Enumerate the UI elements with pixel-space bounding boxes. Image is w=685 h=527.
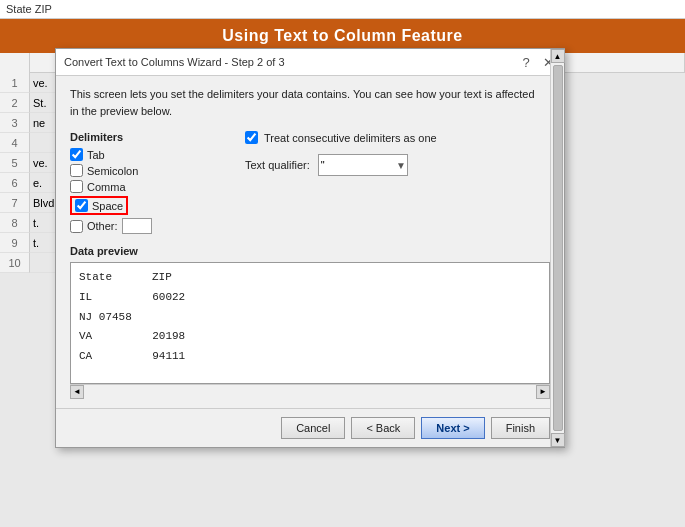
cancel-button[interactable]: Cancel xyxy=(281,417,345,439)
text-qualifier-label: Text qualifier: xyxy=(245,159,310,171)
scroll-h-track xyxy=(86,387,534,397)
finish-button[interactable]: Finish xyxy=(491,417,550,439)
other-label: Other: xyxy=(87,220,118,232)
dialog-buttons: Cancel < Back Next > Finish xyxy=(56,408,564,447)
consecutive-checkbox[interactable] xyxy=(245,131,258,144)
row-numbers: 1 2 3 4 5 6 7 8 9 10 xyxy=(0,73,30,273)
tab-label: Tab xyxy=(87,149,105,161)
tab-checkbox[interactable] xyxy=(70,148,83,161)
preview-row-2: NJ 07458 xyxy=(79,308,541,328)
preview-scrollbar-v[interactable]: ▲ ▼ xyxy=(550,49,564,447)
space-label: Space xyxy=(92,200,123,212)
next-button[interactable]: Next > xyxy=(421,417,484,439)
options-col: Treat consecutive delimiters as one Text… xyxy=(230,131,550,237)
preview-row-1: IL 60022 xyxy=(79,288,541,308)
dialog: Convert Text to Columns Wizard - Step 2 … xyxy=(55,48,565,448)
preview-row-header: State ZIP xyxy=(79,268,541,288)
data-preview-label: Data preview xyxy=(70,245,550,257)
dialog-options: Delimiters Tab Semicolon Comma xyxy=(70,131,550,237)
dialog-title-bar: Convert Text to Columns Wizard - Step 2 … xyxy=(56,49,564,76)
semicolon-label: Semicolon xyxy=(87,165,138,177)
comma-label: Comma xyxy=(87,181,126,193)
text-qualifier-select[interactable]: " ' {none} xyxy=(318,154,408,176)
data-preview-container: State ZIP IL 60022 NJ 07458 VA 20198 xyxy=(70,262,550,384)
dialog-body: This screen lets you set the delimiters … xyxy=(56,76,564,408)
text-qualifier-row: Text qualifier: " ' {none} ▼ xyxy=(245,154,550,176)
dialog-description: This screen lets you set the delimiters … xyxy=(70,86,550,119)
scroll-right-btn[interactable]: ► xyxy=(536,385,550,399)
delimiter-comma-row: Comma xyxy=(70,180,230,193)
scroll-thumb[interactable] xyxy=(553,65,563,431)
preview-row-3: VA 20198 xyxy=(79,327,541,347)
delimiter-space-row: Space xyxy=(70,196,230,215)
space-highlight: Space xyxy=(70,196,128,215)
preview-content: State ZIP IL 60022 NJ 07458 VA 20198 xyxy=(71,263,549,372)
delimiters-col: Delimiters Tab Semicolon Comma xyxy=(70,131,230,237)
preview-scrollbar-h[interactable]: ◄ ► xyxy=(70,384,550,398)
other-checkbox[interactable] xyxy=(70,220,83,233)
back-button[interactable]: < Back xyxy=(351,417,415,439)
comma-checkbox[interactable] xyxy=(70,180,83,193)
title-text: State ZIP xyxy=(6,3,52,15)
semicolon-checkbox[interactable] xyxy=(70,164,83,177)
delimiter-semicolon-row: Semicolon xyxy=(70,164,230,177)
scroll-down-btn[interactable]: ▼ xyxy=(551,433,565,447)
delimiter-tab-row: Tab xyxy=(70,148,230,161)
text-qualifier-wrapper: " ' {none} ▼ xyxy=(318,154,408,176)
scroll-left-btn[interactable]: ◄ xyxy=(70,385,84,399)
delimiters-label: Delimiters xyxy=(70,131,230,143)
consecutive-label: Treat consecutive delimiters as one xyxy=(264,132,437,144)
title-bar: State ZIP xyxy=(0,0,685,19)
preview-row-4: CA 94111 xyxy=(79,347,541,367)
delimiter-other-row: Other: xyxy=(70,218,230,234)
data-preview-box: State ZIP IL 60022 NJ 07458 VA 20198 xyxy=(71,263,549,383)
scroll-up-btn[interactable]: ▲ xyxy=(551,49,565,63)
other-input[interactable] xyxy=(122,218,152,234)
help-icon[interactable]: ? xyxy=(518,54,534,70)
space-checkbox[interactable] xyxy=(75,199,88,212)
dialog-title: Convert Text to Columns Wizard - Step 2 … xyxy=(64,56,285,68)
consecutive-row: Treat consecutive delimiters as one xyxy=(245,131,550,144)
